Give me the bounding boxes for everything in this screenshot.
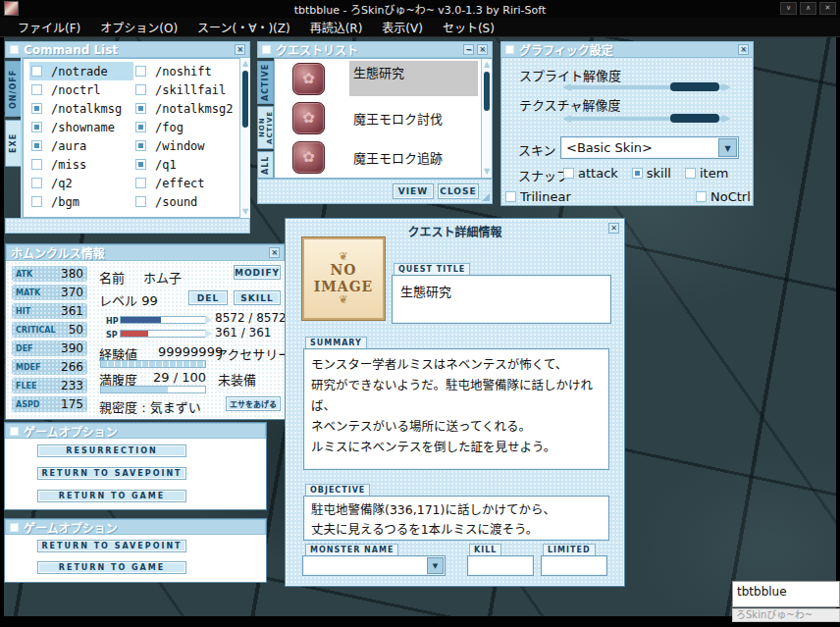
command-list-titlebar[interactable]: Command List ✕ [5, 41, 250, 58]
scroll-down-icon[interactable]: ▼ [240, 207, 250, 217]
close-icon[interactable]: ✕ [477, 44, 488, 55]
return-to-savepoint-button[interactable]: RETURN TO SAVEPOINT [37, 540, 186, 552]
trilinear-checkbox[interactable] [505, 191, 516, 202]
menu-options[interactable]: オプション(O) [90, 19, 187, 35]
command-item[interactable]: /notrade [29, 62, 133, 80]
slider-right-arrow-icon[interactable] [722, 115, 731, 123]
dropdown-arrow-icon[interactable]: ▼ [718, 138, 737, 157]
checkbox[interactable] [31, 196, 42, 207]
menu-zoon[interactable]: スーン(・∀・)(Z) [187, 19, 300, 35]
command-item[interactable]: /showname [29, 118, 133, 136]
slider-handle[interactable] [670, 114, 719, 123]
command-item[interactable]: /skillfail [133, 80, 232, 99]
return-to-game-button[interactable]: RETURN TO GAME [37, 561, 186, 574]
minimize-icon[interactable]: ∨ [780, 2, 797, 15]
skin-dropdown[interactable]: <Basic Skin> ▼ [560, 136, 739, 159]
command-item[interactable]: /aura [29, 136, 133, 155]
skill-button[interactable]: SKILL [234, 290, 281, 305]
menu-file[interactable]: ファイル(F) [8, 19, 90, 35]
checkbox[interactable] [135, 84, 146, 95]
resurrection-button[interactable]: RESURRECTION [37, 444, 186, 457]
close-icon[interactable]: ✕ [269, 247, 280, 258]
dropdown-arrow-icon[interactable]: ▼ [427, 557, 444, 574]
snap-attack-checkbox[interactable] [563, 168, 574, 179]
limited-field[interactable] [541, 555, 607, 576]
tab-all[interactable]: ALL [257, 151, 274, 179]
return-to-savepoint-button[interactable]: RETURN TO SAVEPOINT [37, 467, 186, 480]
quest-item[interactable]: ✿ 魔王モロク討伐 [275, 98, 492, 137]
command-item[interactable]: /bgm [29, 192, 133, 211]
checkbox[interactable] [31, 122, 42, 132]
command-item[interactable]: /noctrl [29, 80, 133, 99]
skin-name-field[interactable]: tbtbblue [732, 581, 840, 607]
tab-exe[interactable]: EXE [5, 120, 22, 167]
checkbox[interactable] [135, 159, 146, 170]
texture-resolution-slider[interactable] [562, 113, 731, 125]
command-item[interactable]: /notalkmsg [29, 99, 133, 118]
command-item[interactable]: /miss [29, 155, 133, 174]
checkbox[interactable] [135, 140, 146, 151]
taskbar-app-label[interactable]: ろSkinびゅ~わ~ [732, 608, 840, 622]
slider-left-arrow-icon[interactable] [562, 83, 571, 91]
checkbox[interactable] [31, 103, 42, 114]
slider-right-arrow-icon[interactable] [722, 83, 731, 91]
checkbox[interactable] [135, 122, 146, 132]
checkbox[interactable] [31, 159, 42, 170]
maximize-icon[interactable]: ∧ [800, 2, 816, 15]
checkbox[interactable] [31, 66, 42, 77]
checkbox[interactable] [135, 66, 146, 77]
scroll-up-icon[interactable]: ▲ [240, 59, 250, 69]
tab-active[interactable]: ACTIVE [257, 61, 274, 104]
slider-handle[interactable] [670, 82, 719, 91]
quest-item[interactable]: ✿ 魔王モロク追跡 [275, 137, 492, 177]
tab-nonactive[interactable]: NON ACTIVE [257, 106, 274, 149]
menu-reload[interactable]: 再読込(R) [300, 19, 373, 35]
quest-list-titlebar[interactable]: クエストリスト − ✕ [257, 41, 493, 58]
sprite-resolution-slider[interactable] [562, 81, 731, 93]
command-item[interactable]: /effect [133, 174, 232, 192]
command-item[interactable]: /sound [133, 192, 232, 211]
scrollbar-thumb[interactable] [484, 72, 490, 111]
homunculus-titlebar[interactable]: ホムンクルス情報 ✕ [6, 244, 285, 261]
checkbox[interactable] [31, 140, 42, 151]
quest-item[interactable]: ✿ 生態研究 [275, 59, 492, 98]
close-icon[interactable]: ✕ [235, 44, 245, 55]
menu-set[interactable]: セット(S) [433, 19, 504, 35]
view-button[interactable]: VIEW [393, 183, 434, 199]
snap-item-checkbox[interactable] [685, 168, 696, 179]
close-icon[interactable]: ✕ [819, 2, 836, 15]
scrollbar[interactable]: ▲ ▼ [239, 58, 250, 218]
checkbox[interactable] [135, 103, 146, 114]
scroll-up-icon[interactable]: ▲ [482, 60, 492, 70]
return-to-game-button[interactable]: RETURN TO GAME [37, 490, 186, 502]
monster-name-dropdown[interactable]: ▼ [302, 555, 446, 576]
del-button[interactable]: DEL [188, 290, 228, 305]
close-icon[interactable]: ✕ [738, 44, 749, 55]
modify-button[interactable]: MODIFY [234, 265, 281, 280]
command-item[interactable]: /notalkmsg2 [133, 99, 232, 118]
checkbox[interactable] [135, 178, 146, 188]
tab-onoff[interactable]: ON/OFF [5, 61, 22, 117]
game-options-titlebar[interactable]: ゲームオプション [5, 423, 266, 439]
scroll-down-icon[interactable]: ▼ [482, 167, 492, 177]
kill-field[interactable] [467, 555, 534, 576]
menu-view[interactable]: 表示(V) [372, 19, 433, 35]
command-item[interactable]: /q1 [133, 155, 232, 174]
noctrl-checkbox[interactable] [696, 191, 707, 202]
game-options-titlebar[interactable]: ゲームオプション [5, 519, 266, 535]
checkbox[interactable] [31, 178, 42, 188]
command-item[interactable]: /fog [133, 118, 232, 136]
slider-left-arrow-icon[interactable] [562, 115, 571, 123]
feed-button[interactable]: エサをあげる [226, 396, 281, 411]
checkbox[interactable] [31, 84, 42, 95]
command-item[interactable]: /noshift [133, 62, 232, 80]
close-button[interactable]: CLOSE [438, 183, 479, 199]
resize-handle[interactable] [482, 193, 490, 201]
scrollbar-thumb[interactable] [242, 71, 248, 128]
graphics-titlebar[interactable]: グラフィック設定 ✕ [500, 41, 754, 58]
snap-skill-checkbox[interactable] [632, 168, 643, 179]
scrollbar[interactable]: ▲ ▼ [481, 59, 492, 178]
command-item[interactable]: /q2 [29, 174, 133, 192]
close-icon[interactable]: ✕ [608, 223, 619, 234]
minimize-icon[interactable]: − [463, 44, 474, 55]
